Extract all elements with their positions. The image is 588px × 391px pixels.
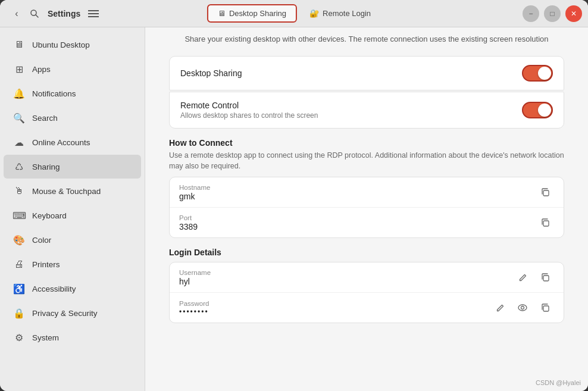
desktop-sharing-row: Desktop Sharing [169,56,564,90]
hostname-actions [536,183,554,201]
sidebar-item-label: Online Accounts [32,138,90,147]
sidebar-item-apps[interactable]: ⊞ Apps [4,57,141,81]
sidebar-item-label: Sharing [32,162,60,171]
minimize-button[interactable]: − [523,5,539,22]
window-controls: − □ ✕ [523,5,582,22]
sidebar-item-color[interactable]: 🎨 Color [4,228,141,252]
port-value: 3389 [179,222,198,232]
username-actions [514,268,554,286]
main-content: Share your existing desktop with other d… [145,27,588,391]
sidebar-item-label: Keyboard [32,211,67,220]
sidebar-item-search[interactable]: 🔍 Search [4,106,141,130]
tab-desktop-sharing[interactable]: 🖥 Desktop Sharing [207,4,297,23]
sidebar-item-label: Search [32,114,58,123]
username-field: Username hyl [170,262,564,293]
username-label: Username [179,269,211,276]
how-to-connect-description: Use a remote desktop app to connect usin… [169,150,564,173]
remote-login-tab-icon: 🔐 [309,9,319,18]
sidebar-item-accessibility[interactable]: ♿ Accessibility [4,277,141,301]
sidebar-item-system[interactable]: ⚙ System [4,326,141,349]
password-edit-button[interactable] [491,299,509,317]
port-label: Port [179,214,198,221]
username-copy-button[interactable] [536,268,554,286]
back-button[interactable]: ‹ [7,4,26,23]
desktop-sharing-label-group: Desktop Sharing [180,68,242,78]
remote-control-label-group: Remote Control Allows desktop shares to … [180,101,318,120]
sidebar-item-keyboard[interactable]: ⌨ Keyboard [4,204,141,227]
hostname-field: Hostname gmk [170,177,564,208]
content-area: 🖥 Ubuntu Desktop ⊞ Apps 🔔 Notifications … [0,27,588,391]
sharing-icon: ♺ [13,161,25,173]
svg-rect-7 [543,276,549,281]
sidebar: 🖥 Ubuntu Desktop ⊞ Apps 🔔 Notifications … [0,27,145,391]
svg-rect-5 [543,190,549,196]
desktop-sharing-label: Desktop Sharing [180,68,242,78]
username-value: hyl [179,277,211,286]
main-description: Share your existing desktop with other d… [145,27,588,56]
svg-line-1 [36,15,38,17]
svg-point-8 [518,305,527,311]
maximize-button[interactable]: □ [544,5,561,22]
svg-rect-6 [543,221,549,226]
svg-rect-10 [543,306,549,311]
hostname-value: gmk [179,192,210,201]
connection-info-card: Hostname gmk Port [169,177,564,238]
remote-control-sublabel: Allows desktop shares to control the scr… [180,111,318,120]
login-details-section: Login Details [169,248,564,257]
search-icon[interactable] [26,5,43,22]
sidebar-item-notifications[interactable]: 🔔 Notifications [4,82,141,105]
menu-icon[interactable] [85,5,102,22]
keyboard-icon: ⌨ [13,209,25,221]
sidebar-item-label: Printers [32,260,60,269]
how-to-connect-title: How to Connect [169,138,564,148]
system-icon: ⚙ [13,331,25,343]
svg-point-9 [521,306,524,309]
accessibility-icon: ♿ [13,283,25,295]
online-accounts-icon: ☁ [13,136,25,148]
hostname-label: Hostname [179,184,210,191]
ubuntu-desktop-icon: 🖥 [13,39,25,51]
printers-icon: 🖨 [13,258,25,270]
privacy-icon: 🔒 [13,307,25,319]
sidebar-item-privacy-security[interactable]: 🔒 Privacy & Security [4,301,141,325]
sidebar-item-label: Apps [32,65,51,74]
password-copy-button[interactable] [536,299,554,317]
sidebar-item-label: Ubuntu Desktop [32,40,90,49]
sidebar-item-sharing[interactable]: ♺ Sharing [4,155,141,179]
password-label: Password [179,300,209,307]
remote-control-toggle[interactable] [522,102,553,118]
port-copy-button[interactable] [536,214,554,232]
remote-control-row: Remote Control Allows desktop shares to … [169,92,564,129]
window-title: Settings [48,9,80,18]
tab-remote-login[interactable]: 🔐 Remote Login [299,4,381,23]
close-button[interactable]: ✕ [565,5,582,22]
sidebar-item-label: Mouse & Touchpad [32,187,101,196]
login-details-title: Login Details [169,248,564,257]
hostname-field-left: Hostname gmk [179,184,210,201]
password-visibility-button[interactable] [514,299,531,317]
sidebar-item-label: Accessibility [32,284,76,293]
sidebar-item-label: Privacy & Security [32,309,98,318]
sidebar-item-ubuntu-desktop[interactable]: 🖥 Ubuntu Desktop [4,33,141,57]
username-edit-button[interactable] [514,268,531,286]
apps-icon: ⊞ [13,63,25,75]
desktop-sharing-section: Desktop Sharing Remote Control Allows de… [169,56,564,129]
color-icon: 🎨 [13,234,25,246]
password-actions [491,299,554,317]
hostname-copy-button[interactable] [536,183,554,201]
watermark: CSDN @Hyalei [536,379,581,386]
sidebar-item-mouse-touchpad[interactable]: 🖱 Mouse & Touchpad [4,179,141,203]
remote-login-tab-label: Remote Login [323,9,371,18]
how-to-connect-section: How to Connect Use a remote desktop app … [169,138,564,173]
sidebar-item-online-accounts[interactable]: ☁ Online Accounts [4,130,141,154]
password-value: •••••••• [179,308,209,316]
password-field: Password •••••••• [170,293,564,323]
desktop-sharing-tab-icon: 🖥 [218,9,226,18]
sidebar-item-printers[interactable]: 🖨 Printers [4,252,141,276]
desktop-sharing-toggle[interactable] [522,65,553,82]
remote-control-label: Remote Control [180,101,318,110]
login-info-card: Username hyl [169,262,564,323]
settings-window: ‹ Settings 🖥 Desktop Sharing 🔐 Remote Lo… [0,0,588,391]
sidebar-item-label: Notifications [32,89,76,98]
mouse-icon: 🖱 [13,185,25,197]
